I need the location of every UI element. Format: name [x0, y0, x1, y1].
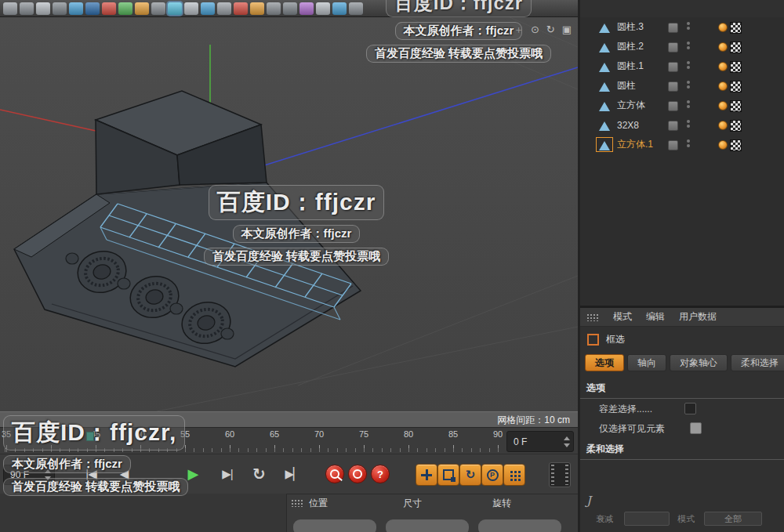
- options-section-header[interactable]: 选项: [580, 379, 784, 399]
- viewport-canvas[interactable]: ＋ ⊙ ↻ ▣: [0, 17, 578, 411]
- display-toggle-icon[interactable]: [668, 62, 678, 72]
- key-scale-toggle[interactable]: [437, 464, 459, 486]
- visibility-dots-icon[interactable]: [687, 99, 690, 110]
- phong-tag-icon[interactable]: [718, 62, 728, 71]
- toolbar-icon[interactable]: [299, 2, 314, 15]
- timeline-window-icon[interactable]: [549, 462, 571, 487]
- tab-soft-selection[interactable]: 柔和选择: [731, 354, 784, 371]
- toolbar-icon[interactable]: [332, 2, 347, 15]
- phong-tag-icon[interactable]: [718, 23, 728, 32]
- toolbar-icon[interactable]: [36, 2, 50, 15]
- timeline-ruler[interactable]: 35 40 45 50 55 60 65 70 75 80 85 90: [0, 428, 502, 454]
- current-frame-field[interactable]: 0 F: [506, 431, 574, 452]
- phong-tag-icon[interactable]: [718, 121, 728, 130]
- previous-frame-button[interactable]: ◀: [110, 462, 138, 486]
- toggle-view-icon[interactable]: ▣: [562, 24, 572, 36]
- tab-options[interactable]: 选项: [585, 354, 624, 371]
- tab-axis[interactable]: 轴向: [627, 354, 666, 371]
- play-button[interactable]: ▶: [179, 462, 207, 486]
- toolbar-icon[interactable]: [85, 2, 100, 15]
- pan-view-icon[interactable]: ＋: [514, 24, 524, 36]
- toolbar-icon[interactable]: [135, 2, 149, 15]
- visibility-dots-icon[interactable]: [687, 118, 690, 129]
- uvw-tag-icon[interactable]: [730, 120, 742, 132]
- toolbar-icon[interactable]: [349, 2, 363, 15]
- key-rotation-toggle[interactable]: ↻: [459, 464, 481, 486]
- display-toggle-icon[interactable]: [668, 42, 678, 52]
- toolbar-icon[interactable]: [250, 2, 264, 15]
- uvw-tag-icon[interactable]: [730, 22, 742, 34]
- display-toggle-icon[interactable]: [668, 81, 678, 92]
- toolbar-icon[interactable]: [69, 2, 83, 15]
- timeline-position-marker[interactable]: [86, 432, 94, 441]
- key-position-toggle[interactable]: [416, 464, 437, 486]
- size-field[interactable]: [386, 519, 469, 532]
- tolerance-select-checkbox[interactable]: [684, 403, 696, 414]
- tab-user-data[interactable]: 用户数据: [679, 310, 717, 324]
- toolbar-icon-active[interactable]: [168, 2, 182, 15]
- mode-dropdown[interactable]: 全部: [704, 512, 762, 526]
- phong-tag-icon[interactable]: [718, 42, 728, 52]
- uvw-tag-icon[interactable]: [730, 139, 742, 151]
- phong-tag-icon[interactable]: [718, 140, 728, 150]
- object-row[interactable]: 立方体: [580, 96, 784, 115]
- object-row[interactable]: 圆柱.3: [580, 17, 784, 37]
- key-pla-toggle[interactable]: [503, 464, 525, 486]
- toolbar-icon[interactable]: [217, 2, 231, 15]
- display-toggle-icon[interactable]: [668, 101, 678, 111]
- toolbar-icon[interactable]: [283, 2, 297, 15]
- phong-tag-icon[interactable]: [718, 81, 728, 91]
- panel-grip-icon[interactable]: [291, 499, 303, 507]
- falloff-dropdown[interactable]: [624, 512, 670, 526]
- toolbar-icon[interactable]: [118, 2, 132, 15]
- display-toggle-icon[interactable]: [668, 23, 678, 33]
- toolbar-icon[interactable]: [53, 2, 67, 15]
- uvw-tag-icon[interactable]: [730, 61, 742, 73]
- object-row[interactable]: 圆柱.1: [580, 56, 784, 76]
- panel-grip-icon[interactable]: [586, 313, 599, 321]
- visibility-dots-icon[interactable]: [687, 79, 690, 90]
- toolbar-icon[interactable]: [234, 2, 248, 15]
- toolbar-icon[interactable]: [3, 2, 17, 15]
- autokey-button[interactable]: [348, 465, 367, 483]
- object-row[interactable]: 圆柱: [580, 76, 784, 96]
- toolbar-icon[interactable]: [201, 2, 215, 15]
- tab-edit[interactable]: 编辑: [646, 310, 665, 324]
- tab-mode[interactable]: 模式: [613, 310, 632, 324]
- uvw-tag-icon[interactable]: [730, 100, 742, 112]
- uvw-tag-icon[interactable]: [730, 42, 742, 53]
- toolbar-icon[interactable]: [267, 2, 281, 15]
- goto-start-button[interactable]: |◀: [77, 462, 105, 486]
- goto-end-button[interactable]: ▶▏: [279, 462, 307, 486]
- display-toggle-icon[interactable]: [668, 140, 678, 150]
- toolbar-icon[interactable]: [151, 2, 165, 15]
- object-row[interactable]: 圆柱.2: [580, 37, 784, 56]
- uvw-tag-icon[interactable]: [730, 81, 742, 92]
- range-spinner-icon[interactable]: [45, 469, 52, 481]
- display-toggle-icon[interactable]: [668, 121, 678, 131]
- key-parameter-toggle[interactable]: P: [481, 464, 503, 486]
- object-row-selected[interactable]: 立方体.1: [580, 135, 784, 154]
- toolbar-icon[interactable]: [102, 2, 116, 15]
- help-button[interactable]: ?: [371, 465, 390, 483]
- toolbar-icon[interactable]: [316, 2, 330, 15]
- visibility-dots-icon[interactable]: [687, 138, 690, 149]
- zoom-view-icon[interactable]: ⊙: [531, 24, 539, 36]
- visibility-dots-icon[interactable]: [687, 20, 690, 31]
- next-frame-button[interactable]: ▶|: [213, 462, 241, 486]
- frame-spinner-icon[interactable]: [564, 436, 571, 448]
- toolbar-icon[interactable]: [184, 2, 198, 15]
- position-field[interactable]: [293, 519, 376, 532]
- range-end-field[interactable]: 90 F: [3, 465, 55, 485]
- soft-selection-section-header[interactable]: 柔和选择: [580, 440, 784, 460]
- visible-only-checkbox[interactable]: [690, 422, 702, 434]
- toolbar-icon[interactable]: [20, 2, 34, 15]
- visibility-dots-icon[interactable]: [687, 60, 690, 71]
- loop-mode-button[interactable]: ↻: [245, 462, 273, 486]
- record-keyframe-button[interactable]: [325, 465, 344, 483]
- tab-object-axis[interactable]: 对象轴心: [670, 354, 728, 371]
- visibility-dots-icon[interactable]: [687, 40, 690, 51]
- phong-tag-icon[interactable]: [718, 101, 728, 110]
- rotate-view-icon[interactable]: ↻: [546, 24, 555, 36]
- rotation-field[interactable]: [478, 519, 561, 532]
